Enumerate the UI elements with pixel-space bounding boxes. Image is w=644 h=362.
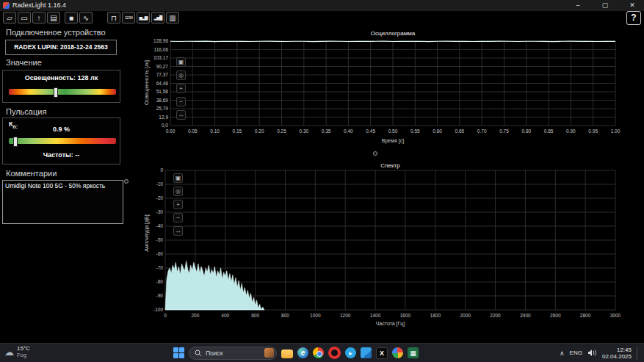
weather-temp: 15°C — [17, 345, 30, 352]
y-tick-label: 0 — [160, 167, 163, 173]
spectrum-view-button[interactable]: ▂▅█ — [151, 12, 164, 23]
x-tick-label: 3000 — [610, 313, 621, 318]
kp-slider[interactable] — [9, 138, 116, 144]
app-icon — [3, 2, 10, 9]
pulse-view-button[interactable]: ⊓ — [107, 12, 120, 23]
x-tick-label: 1600 — [400, 313, 411, 318]
x-tick-label: 0.85 — [544, 128, 554, 134]
photos-icon[interactable] — [392, 347, 403, 358]
clock[interactable]: 12:45 02.04.2025 — [602, 347, 632, 360]
search-highlight-image — [264, 348, 274, 358]
search-icon — [195, 350, 202, 357]
close-button[interactable]: ✕ — [621, 0, 643, 11]
export-button[interactable]: ↑ — [32, 12, 46, 23]
comments-input[interactable]: Umidigi Note 100 5G - 50% яркость — [2, 180, 123, 224]
open-file-button[interactable]: ▱ — [3, 12, 16, 23]
oscillogram-chart[interactable]: 0.000.050.100.150.200.250.300.350.400.45… — [136, 29, 644, 147]
search-placeholder: Поиск — [206, 350, 261, 357]
save-file-button[interactable]: ▭ — [18, 12, 31, 23]
weather-widget[interactable]: ☁ 15°C Fog — [4, 345, 30, 358]
x-tick-label: 0.20 — [255, 128, 264, 134]
kp-slider-thumb[interactable] — [13, 137, 18, 147]
display-mode-button[interactable]: ■ — [65, 12, 78, 23]
vscode-icon[interactable] — [361, 347, 372, 358]
language-indicator[interactable]: ENG — [570, 350, 582, 356]
spectrum-chart[interactable]: 0200400600800100012001400160018002000220… — [136, 160, 644, 330]
y-tick-label: -50 — [156, 237, 164, 242]
y-tick-label: -80 — [156, 279, 164, 284]
y-tick-label: 77,37 — [156, 72, 169, 77]
maximize-button[interactable]: ▢ — [594, 0, 616, 11]
y-tick-label: 64,48 — [156, 81, 169, 86]
spectrum-xlabel: Частота [Гц] — [165, 321, 615, 326]
select-tool-button[interactable]: ▣ — [173, 173, 183, 183]
x-tick-label: 0.05 — [188, 128, 198, 134]
x-tick-label: 0.10 — [210, 128, 220, 134]
x-tick-label: 400 — [221, 313, 229, 318]
oscillogram-tools: ▣◎+−↔ — [176, 57, 187, 123]
layout-view-button[interactable]: ▥ — [166, 12, 179, 23]
tray-chevron-icon[interactable]: ∧ — [560, 350, 565, 357]
app-window: RadexLight 1.16.4 – ▢ ✕ ▱▭↑▤■∿⊓12:34▅▂▆▂… — [0, 0, 644, 362]
y-tick-label: 25,79 — [156, 106, 169, 111]
zoom-tool-button[interactable]: ◎ — [173, 187, 183, 196]
value-heading: Значение — [6, 58, 42, 67]
x-tick-label: 800 — [281, 313, 289, 318]
minimize-button[interactable]: – — [567, 0, 589, 11]
histogram-view-button[interactable]: ▅▂▆ — [137, 12, 150, 23]
x-tick-label: 0.90 — [566, 128, 576, 134]
illuminance-label: Освещенность: 128 лк — [3, 74, 120, 82]
start-button[interactable] — [173, 347, 184, 358]
y-tick-label: 38,69 — [156, 98, 169, 103]
zoom-tool-button[interactable]: ◎ — [176, 70, 186, 80]
x-tick-label: 0.50 — [388, 128, 398, 134]
pulsation-box: Кп: 0.9 % Частоты: -- — [2, 117, 120, 164]
x-tick-label: 0.45 — [366, 128, 375, 134]
device-heading: Подключенное устройство — [6, 28, 106, 37]
x-tick-label: 1400 — [370, 313, 381, 318]
zoom-in-tool-button[interactable]: + — [173, 200, 183, 209]
timer-view-button[interactable]: 12:34 — [122, 12, 135, 23]
y-tick-label: -20 — [156, 195, 164, 200]
pan-tool-button[interactable]: ↔ — [173, 226, 183, 236]
select-tool-button[interactable]: ▣ — [176, 57, 186, 67]
cloud-icon: ☁ — [4, 347, 14, 358]
y-tick-label: -100 — [153, 307, 163, 312]
zoom-out-tool-button[interactable]: − — [176, 97, 186, 106]
file-explorer-icon[interactable] — [281, 350, 293, 358]
search-input[interactable]: Поиск — [189, 347, 277, 360]
chrome-icon[interactable] — [313, 347, 324, 358]
toolbar: ▱▭↑▤■∿⊓12:34▅▂▆▂▅█▥ — [0, 11, 644, 25]
device-settings-button[interactable]: ▤ — [47, 12, 60, 23]
clock-date: 02.04.2025 — [602, 353, 632, 360]
pan-tool-button[interactable]: ↔ — [176, 110, 186, 120]
frequencies-label: Частоты: -- — [3, 151, 120, 159]
x-tick-label: 1800 — [430, 313, 441, 318]
splitter-handle[interactable] — [373, 151, 377, 156]
show-desktop-button[interactable] — [637, 347, 640, 360]
x-icon[interactable] — [376, 347, 388, 359]
x-tick-label: 2800 — [580, 313, 591, 318]
kp-value: 0.9 % — [3, 126, 120, 133]
x-tick-label: 0.30 — [299, 128, 308, 134]
volume-icon[interactable] — [587, 349, 597, 357]
x-tick-label: 600 — [251, 313, 259, 318]
y-tick-label: -60 — [156, 251, 164, 256]
edge-icon[interactable]: e — [297, 347, 308, 358]
comments-resize-handle[interactable] — [124, 179, 129, 184]
taskbar: ☁ 15°C Fog Поиск e ∧ ENG — [0, 343, 644, 362]
zoom-in-tool-button[interactable]: + — [176, 84, 186, 93]
lux-slider[interactable] — [9, 89, 116, 95]
zoom-out-tool-button[interactable]: − — [173, 213, 183, 222]
taskbar-apps: e — [281, 347, 419, 359]
oscillogram-view-button[interactable]: ∿ — [79, 12, 93, 23]
x-tick-label: 1200 — [340, 313, 351, 318]
help-button[interactable]: ? — [626, 11, 641, 25]
device-name-box: RADEX LUPIN: 2018-12-24 2563 — [5, 40, 117, 55]
lux-slider-thumb[interactable] — [54, 87, 58, 98]
opera-icon[interactable] — [328, 347, 341, 359]
x-tick-label: 0.40 — [344, 128, 353, 134]
weather-condition: Fog — [17, 352, 30, 358]
excel-icon[interactable] — [408, 347, 419, 358]
telegram-icon[interactable] — [345, 347, 356, 358]
